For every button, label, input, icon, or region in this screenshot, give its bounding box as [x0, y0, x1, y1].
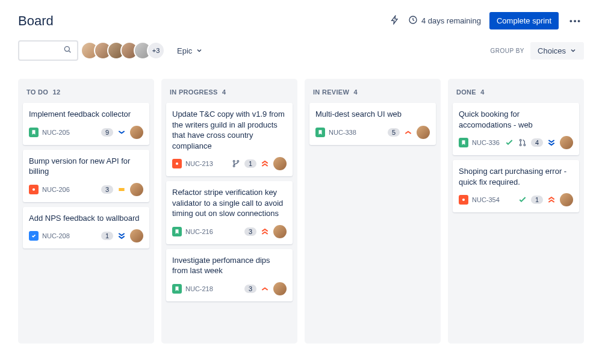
epic-filter-label: Epic: [177, 46, 192, 55]
card-title: Multi-dest search UI web: [315, 109, 430, 120]
story-points: 4: [531, 138, 543, 147]
column-count: 4: [354, 88, 358, 96]
header-actions: 4 days remaining Complete sprint •••: [390, 12, 584, 29]
issue-card[interactable]: Investigate perfomance dips from last we…: [166, 249, 293, 301]
column-header: TO DO 12: [23, 85, 149, 103]
ticket-id: NUC-354: [472, 196, 500, 203]
issue-card[interactable]: Bump version for new API for billing NUC…: [23, 150, 149, 202]
assignee-avatar[interactable]: [130, 126, 143, 139]
card-title: Bump version for new API for billing: [29, 156, 143, 177]
column-count: 4: [480, 88, 484, 96]
column-todo: TO DO 12 Implement feedback collector NU…: [18, 79, 154, 344]
story-points: 1: [531, 196, 543, 204]
column-title: DONE: [456, 88, 476, 96]
assignee-avatar[interactable]: [130, 229, 143, 242]
column-header: IN REVIEW 4: [309, 85, 436, 103]
group-by-value: Choices: [538, 46, 566, 55]
ticket-id: NUC-338: [329, 129, 356, 136]
avatar-overflow[interactable]: +3: [147, 42, 165, 60]
story-points: 3: [244, 227, 256, 236]
group-by-label: GROUP BY: [490, 48, 524, 54]
avatar-group[interactable]: +3: [85, 42, 165, 60]
assignee-avatar[interactable]: [417, 126, 430, 139]
issue-card[interactable]: Implement feedback collector NUC-205 9: [23, 103, 149, 145]
svg-point-6: [237, 161, 239, 162]
ticket-id: NUC-206: [42, 186, 70, 193]
chevron-down-icon: [569, 47, 577, 54]
done-check-icon: [518, 195, 527, 205]
priority-lowest-icon: [117, 231, 126, 241]
assignee-avatar[interactable]: [130, 183, 143, 196]
story-points: 1: [244, 159, 256, 168]
ticket-id: NUC-336: [472, 139, 500, 146]
card-title: Refactor stripe verification key validat…: [172, 187, 287, 219]
story-icon: [172, 227, 182, 236]
priority-highest-icon: [260, 159, 270, 168]
complete-sprint-button[interactable]: Complete sprint: [489, 12, 559, 29]
card-title: Quick booking for accomodations - web: [459, 109, 573, 130]
bug-icon: [172, 159, 182, 168]
overflow-menu-button[interactable]: •••: [567, 14, 584, 28]
svg-point-1: [64, 46, 69, 51]
story-points: 1: [101, 232, 113, 240]
group-by-select[interactable]: Choices: [530, 42, 584, 60]
assignee-avatar[interactable]: [273, 225, 287, 238]
clock-icon: [408, 15, 418, 26]
done-check-icon: [504, 138, 514, 147]
priority-high-icon: [403, 128, 413, 137]
task-icon: [29, 231, 39, 241]
assignee-avatar[interactable]: [560, 136, 573, 149]
time-remaining: 4 days remaining: [408, 15, 481, 26]
svg-point-9: [524, 144, 526, 146]
ticket-id: NUC-208: [42, 232, 70, 239]
column-title: TO DO: [26, 88, 48, 96]
column-in-review: IN REVIEW 4 Multi-dest search UI web NUC…: [305, 79, 441, 344]
issue-card[interactable]: Refactor stripe verification key validat…: [166, 181, 293, 244]
svg-point-7: [520, 140, 521, 141]
column-in-progress: IN PROGRESS 4 Update T&C copy with v1.9 …: [161, 79, 297, 344]
story-icon: [315, 128, 325, 137]
card-title: Investigate perfomance dips from last we…: [172, 255, 287, 276]
automation-icon[interactable]: [390, 15, 400, 27]
search-icon: [63, 45, 72, 57]
issue-card[interactable]: Quick booking for accomodations - web NU…: [453, 103, 579, 155]
bug-icon: [459, 195, 468, 205]
card-title: Add NPS feedback to wallboard: [29, 213, 143, 224]
issue-card[interactable]: Add NPS feedback to wallboard NUC-208 1: [23, 207, 149, 249]
svg-point-5: [233, 165, 235, 167]
story-icon: [459, 138, 468, 147]
assignee-avatar[interactable]: [273, 157, 287, 170]
column-header: IN PROGRESS 4: [166, 85, 293, 103]
priority-medium-icon: [117, 185, 126, 194]
branch-icon: [231, 159, 241, 168]
time-remaining-text: 4 days remaining: [421, 16, 481, 25]
priority-low-icon: [117, 128, 126, 137]
issue-card[interactable]: Shoping cart purchasing error - quick fi…: [453, 160, 579, 212]
card-title: Implement feedback collector: [29, 109, 143, 120]
card-title: Update T&C copy with v1.9 from the write…: [172, 109, 287, 151]
svg-point-4: [233, 161, 235, 162]
column-title: IN REVIEW: [313, 88, 349, 96]
story-icon: [172, 284, 182, 294]
priority-high-icon: [260, 284, 270, 294]
ticket-id: NUC-216: [185, 228, 213, 235]
epic-filter-button[interactable]: Epic: [172, 44, 208, 58]
column-done: DONE 4 Quick booking for accomodations -…: [448, 79, 584, 344]
svg-point-10: [462, 199, 465, 201]
story-points: 5: [388, 128, 400, 137]
assignee-avatar[interactable]: [273, 282, 287, 295]
pull-request-icon: [518, 138, 527, 147]
priority-highest-icon: [547, 195, 556, 205]
column-header: DONE 4: [453, 85, 579, 103]
svg-point-8: [520, 144, 521, 146]
kanban-board: TO DO 12 Implement feedback collector NU…: [18, 79, 584, 344]
search-input[interactable]: [18, 40, 78, 61]
story-points: 3: [101, 185, 113, 194]
ticket-id: NUC-218: [185, 285, 213, 292]
issue-card[interactable]: Update T&C copy with v1.9 from the write…: [166, 103, 293, 176]
assignee-avatar[interactable]: [560, 193, 573, 206]
ticket-id: NUC-213: [185, 160, 213, 167]
chevron-down-icon: [196, 47, 203, 54]
issue-card[interactable]: Multi-dest search UI web NUC-338 5: [309, 103, 436, 145]
column-title: IN PROGRESS: [170, 88, 218, 96]
